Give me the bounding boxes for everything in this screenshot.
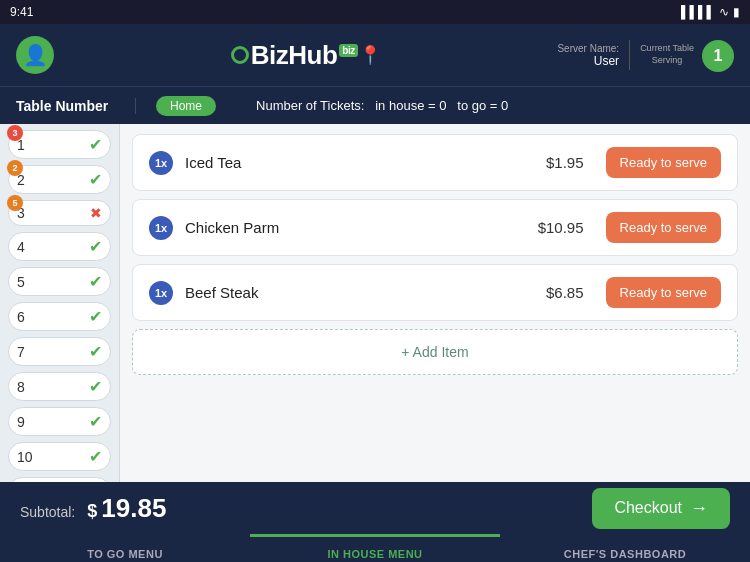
current-table-label: Current Table [640,43,694,55]
server-info: Server Name: User Current Table Serving … [557,38,734,72]
bottom-nav: TO GO MENUIN HOUSE MENUCHEF'S DASHBOARD [0,534,750,562]
dollar-sign: $ [87,501,97,521]
sub-header: Table Number Home Number of Tickets: in … [0,86,750,124]
item-name-0: Iced Tea [185,154,534,171]
sidebar-table-10[interactable]: 10✔ [8,442,111,471]
order-item-row-2: 1xBeef Steak$6.85Ready to serve [132,264,738,321]
table-check-icon-6: ✔ [89,307,102,326]
sidebar-table-2[interactable]: 22✔ [8,165,111,194]
sidebar-table-5[interactable]: 5✔ [8,267,111,296]
qty-badge-1: 1x [149,216,173,240]
table-check-icon-4: ✔ [89,237,102,256]
current-table-num: 1 [702,40,734,72]
ready-to-serve-button-2[interactable]: Ready to serve [606,277,721,308]
subtotal-amount: $19.85 [87,493,166,524]
main-content: 31✔22✔53✖4✔5✔6✔7✔8✔9✔10✔11✔ 1xIced Tea$1… [0,124,750,482]
sidebar-table-6[interactable]: 6✔ [8,302,111,331]
status-icons: ▌▌▌▌ ∿ ▮ [681,5,740,19]
bottom-nav-item-1[interactable]: IN HOUSE MENU [250,534,500,562]
signal-icon: ▌▌▌▌ [681,5,715,19]
logo-text: BizHubbiz [251,40,358,71]
order-area: 1xIced Tea$1.95Ready to serve1xChicken P… [120,124,750,482]
sidebar-table-4[interactable]: 4✔ [8,232,111,261]
checkout-button[interactable]: Checkout → [592,488,730,529]
add-item-button[interactable]: + Add Item [132,329,738,375]
sidebar-table-1[interactable]: 31✔ [8,130,111,159]
table-badge-3: 5 [7,195,23,211]
header-divider [629,40,630,70]
sidebar-table-7[interactable]: 7✔ [8,337,111,366]
logo-area: BizHubbiz 📍 [231,40,381,71]
table-check-icon-9: ✔ [89,412,102,431]
top-header: 👤 BizHubbiz 📍 Server Name: User Current … [0,24,750,86]
battery-icon: ▮ [733,5,740,19]
order-item-row-0: 1xIced Tea$1.95Ready to serve [132,134,738,191]
sidebar-table-8[interactable]: 8✔ [8,372,111,401]
serving-label: Serving [640,55,694,67]
table-badge-1: 3 [7,125,23,141]
table-num-9: 9 [17,414,25,430]
subtotal-label: Subtotal: [20,504,75,520]
sidebar: 31✔22✔53✖4✔5✔6✔7✔8✔9✔10✔11✔ [0,124,120,482]
home-button[interactable]: Home [156,96,216,116]
table-check-icon-8: ✔ [89,377,102,396]
tickets-info: Number of Tickets: in house = 0 to go = … [256,98,508,113]
sidebar-table-11[interactable]: 11✔ [8,477,111,482]
table-check-icon-1: ✔ [89,135,102,154]
table-num-8: 8 [17,379,25,395]
table-check-icon-10: ✔ [89,447,102,466]
bottom-nav-item-2[interactable]: CHEF'S DASHBOARD [500,534,750,562]
avatar[interactable]: 👤 [16,36,54,74]
item-price-2: $6.85 [546,284,584,301]
subtotal-bar: Subtotal: $19.85 Checkout → [0,482,750,534]
sidebar-table-3[interactable]: 53✖ [8,200,111,226]
table-num-6: 6 [17,309,25,325]
table-check-icon-3: ✖ [90,205,102,221]
table-number-label: Table Number [16,98,136,114]
status-bar: 9:41 ▌▌▌▌ ∿ ▮ [0,0,750,24]
table-check-icon-5: ✔ [89,272,102,291]
subtotal-left: Subtotal: $19.85 [20,493,166,524]
sidebar-table-9[interactable]: 9✔ [8,407,111,436]
order-item-row-1: 1xChicken Parm$10.95Ready to serve [132,199,738,256]
qty-badge-0: 1x [149,151,173,175]
table-num-7: 7 [17,344,25,360]
current-table-block: Current Table Serving 1 [640,38,734,72]
bottom-nav-item-0[interactable]: TO GO MENU [0,534,250,562]
item-name-2: Beef Steak [185,284,534,301]
qty-badge-2: 1x [149,281,173,305]
status-time: 9:41 [10,5,33,19]
table-num-10: 10 [17,449,33,465]
logo-biz: biz [339,44,357,57]
server-name-block: Server Name: User [557,43,619,68]
avatar-icon: 👤 [23,43,48,67]
wifi-icon: ∿ [719,5,729,19]
table-num-5: 5 [17,274,25,290]
logo-circle-icon [231,46,249,64]
logo-pin-icon: 📍 [359,44,381,66]
table-check-icon-2: ✔ [89,170,102,189]
ready-to-serve-button-0[interactable]: Ready to serve [606,147,721,178]
checkout-arrow-icon: → [690,498,708,519]
item-price-0: $1.95 [546,154,584,171]
item-name-1: Chicken Parm [185,219,526,236]
item-price-1: $10.95 [538,219,584,236]
table-num-4: 4 [17,239,25,255]
table-check-icon-7: ✔ [89,342,102,361]
ready-to-serve-button-1[interactable]: Ready to serve [606,212,721,243]
table-badge-2: 2 [7,160,23,176]
